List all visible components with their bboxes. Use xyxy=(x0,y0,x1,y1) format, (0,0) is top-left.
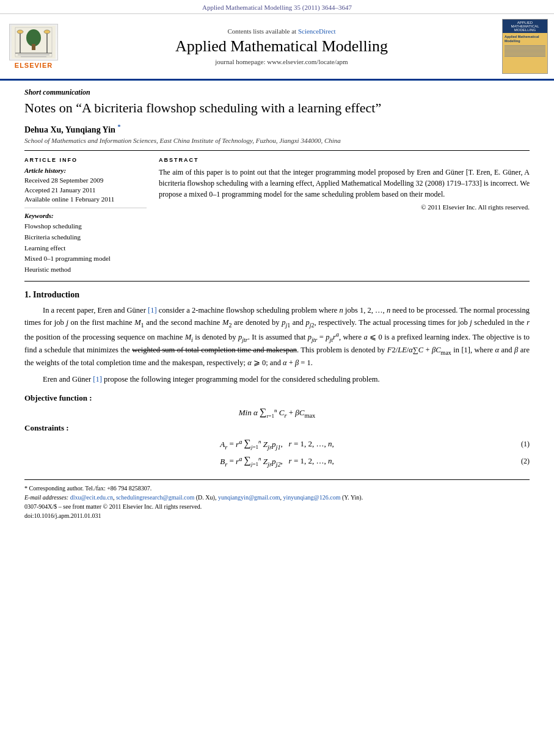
elsevier-wordmark: ELSEVIER xyxy=(15,62,53,69)
doi-line: doi:10.1016/j.apm.2011.01.031 xyxy=(24,511,530,520)
cover-body: Applied Mathematical Modelling xyxy=(503,33,547,73)
svg-point-5 xyxy=(17,30,23,34)
corresponding-author-marker: * xyxy=(117,123,120,130)
keywords-label: Keywords: xyxy=(24,212,147,219)
abstract-header: ABSTRACT xyxy=(159,157,530,163)
svg-point-7 xyxy=(44,30,50,34)
ref-1-link-2[interactable]: [1] xyxy=(93,375,102,383)
section-1-heading: 1. Introduction xyxy=(24,290,530,300)
keyword-2: Bicriteria scheduling xyxy=(24,232,147,243)
sciencedirect-link[interactable]: ScienceDirect xyxy=(298,27,336,35)
section-type-label: Short communication xyxy=(24,88,530,97)
equation-2-number: (2) xyxy=(521,457,530,466)
keyword-1: Flowshop scheduling xyxy=(24,221,147,232)
accepted-date: Accepted 21 January 2011 xyxy=(24,186,147,195)
contents-line: Contents lists available at ScienceDirec… xyxy=(67,27,496,35)
svg-rect-9 xyxy=(18,54,49,56)
email-link-yinyunqiang[interactable]: yinyunqiang@126.com xyxy=(283,494,341,501)
ref-1-link[interactable]: [1] xyxy=(148,306,157,314)
affiliation: School of Mathematics and Information Sc… xyxy=(24,137,530,144)
cover-decoration xyxy=(505,45,545,57)
objective-function-formula: Min α ∑r=1n Cr + βCmax xyxy=(61,407,493,419)
equation-2-row: Br = ra ∑j=1n Zjrpj2, r = 1, 2, …, n, (2… xyxy=(24,455,530,467)
cover-title-text: Applied Mathematical Modelling xyxy=(505,35,545,43)
article-info-header: ARTICLE INFO xyxy=(24,157,147,163)
journal-header: ELSEVIER Contents lists available at Sci… xyxy=(0,14,554,81)
corresponding-author-note: * Corresponding author. Tel./fax: +86 79… xyxy=(24,484,530,493)
email-link-schedule[interactable]: schedulingresearch@gmail.com xyxy=(116,494,194,501)
article-history-label: Article history: xyxy=(24,167,147,174)
svg-rect-10 xyxy=(21,56,46,57)
article-meta-section: ARTICLE INFO Article history: Received 2… xyxy=(24,150,530,282)
footnote-area: * Corresponding author. Tel./fax: +86 79… xyxy=(24,479,530,520)
citation-text: Applied Mathematical Modelling 35 (2011)… xyxy=(202,4,352,11)
main-content: Short communication Notes on “A bicriter… xyxy=(0,88,554,520)
keyword-3: Learning effect xyxy=(24,243,147,254)
keyword-4: Mixed 0–1 programming model xyxy=(24,253,147,264)
elsevier-logo: ELSEVIER xyxy=(6,24,61,69)
section1-para2: Eren and Güner [1] propose the following… xyxy=(24,374,530,385)
abstract-column: ABSTRACT The aim of this paper is to poi… xyxy=(159,157,530,275)
cover-top-bar: APPLIEDMATHEMATICALMODELLING xyxy=(503,20,547,33)
elsevier-logo-image xyxy=(9,24,58,60)
svg-point-2 xyxy=(26,29,41,46)
info-divider xyxy=(24,208,147,208)
section1-para1: In a recent paper, Eren and Güner [1] co… xyxy=(24,305,530,369)
available-online-date: Available online 1 February 2011 xyxy=(24,195,147,204)
equation-1-content: Ar = ra ∑j=1n Zjrpj1, r = 1, 2, …, n, xyxy=(24,438,530,450)
obj-function-label: Objective function : xyxy=(24,393,530,403)
received-date: Received 28 September 2009 xyxy=(24,176,147,185)
equation-2-content: Br = ra ∑j=1n Zjrpj2, r = 1, 2, …, n, xyxy=(24,455,530,467)
top-citation-bar: Applied Mathematical Modelling 35 (2011)… xyxy=(0,0,554,14)
journal-center: Contents lists available at ScienceDirec… xyxy=(67,27,496,65)
email-link-xu[interactable]: dlxu@ecit.edu.cn xyxy=(70,494,113,501)
issn-line: 0307-904X/$ – see front matter © 2011 El… xyxy=(24,502,530,511)
abstract-text: The aim of this paper is to point out th… xyxy=(159,167,530,200)
authors: Dehua Xu, Yunqiang Yin * xyxy=(24,123,530,135)
svg-rect-3 xyxy=(32,44,35,50)
keywords-list: Flowshop scheduling Bicriteria schedulin… xyxy=(24,221,147,275)
article-info-column: ARTICLE INFO Article history: Received 2… xyxy=(24,157,147,275)
paper-title: Notes on “A bicriteria flowshop scheduli… xyxy=(24,100,530,117)
equation-1-row: Ar = ra ∑j=1n Zjrpj1, r = 1, 2, …, n, (1… xyxy=(24,438,530,450)
email-footnote: E-mail addresses: dlxu@ecit.edu.cn, sche… xyxy=(24,493,530,502)
journal-cover-image: APPLIEDMATHEMATICALMODELLING Applied Mat… xyxy=(502,19,548,74)
journal-title: Applied Mathematical Modelling xyxy=(67,37,496,56)
journal-homepage: journal homepage: www.elsevier.com/locat… xyxy=(67,58,496,65)
keyword-5: Heuristic method xyxy=(24,264,147,275)
constraints-label: Constraints : xyxy=(24,423,530,433)
email-link-yunqiang[interactable]: yunqiangyin@gmail.com xyxy=(218,494,280,501)
copyright-notice: © 2011 Elsevier Inc. All rights reserved… xyxy=(159,203,530,211)
equation-1-number: (1) xyxy=(521,440,530,449)
